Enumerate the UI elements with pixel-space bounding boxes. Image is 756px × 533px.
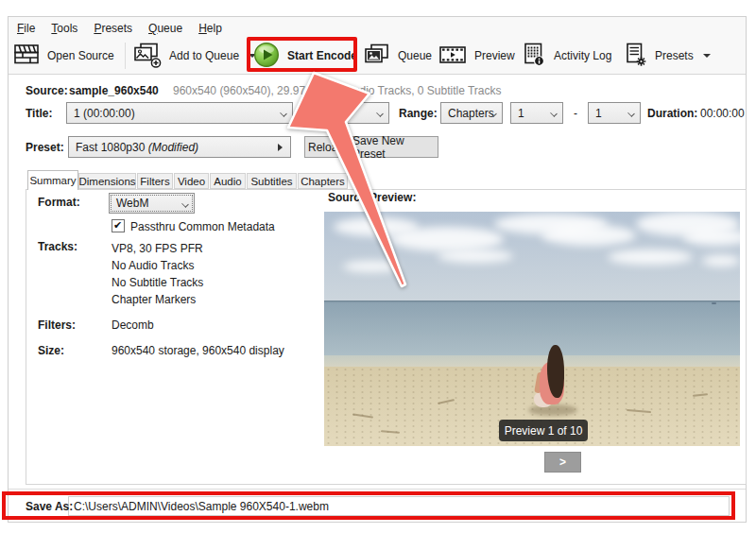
menu-tools[interactable]: Tools: [51, 22, 77, 35]
passthru-metadata-label: Passthru Common Metadata: [130, 220, 275, 233]
queue-button[interactable]: Queue: [363, 40, 432, 72]
angle-label: Angle:: [301, 107, 335, 120]
source-details: 960x540 (960x540), 29.97 FPS, 0 Audio Tr…: [173, 84, 502, 97]
duration-label: Duration:: [647, 107, 697, 120]
activity-log-label: Activity Log: [554, 49, 611, 62]
title-label: Title:: [26, 107, 52, 120]
chevron-down-icon: [181, 200, 189, 208]
chevron-right-icon: [278, 144, 283, 151]
menu-presets[interactable]: Presets: [94, 22, 132, 35]
size-label: Size:: [38, 344, 64, 357]
chevron-down-icon: [550, 110, 558, 117]
add-to-queue-button[interactable]: Add to Queue: [132, 40, 256, 72]
format-value: WebM: [116, 197, 148, 210]
range-end-select[interactable]: 1: [588, 102, 641, 124]
track-line: Chapter Markers: [112, 291, 203, 308]
source-name: sample_960x540: [69, 84, 159, 97]
activity-log-button[interactable]: Activity Log: [523, 40, 611, 72]
angle-select[interactable]: [333, 102, 389, 124]
range-separator: -: [574, 107, 577, 120]
presets-button[interactable]: Presets: [624, 40, 711, 72]
chevron-down-icon: [703, 54, 711, 58]
menu-help[interactable]: Help: [198, 22, 222, 35]
preset-select[interactable]: Fast 1080p30 (Modified): [68, 136, 291, 158]
format-label: Format:: [38, 196, 80, 209]
track-line: No Audio Tracks: [112, 257, 203, 274]
range-type-value: Chapters: [448, 107, 494, 120]
distant-swimmer: [712, 302, 716, 304]
tracks-list: VP8, 30 FPS PFR No Audio Tracks No Subti…: [112, 240, 203, 308]
filters-label: Filters:: [38, 318, 76, 332]
preset-label: Preset:: [26, 141, 64, 154]
tab-video[interactable]: Video: [174, 173, 209, 189]
ocean: [324, 301, 740, 357]
bottom-divider: [9, 489, 746, 490]
menu-queue[interactable]: Queue: [148, 22, 182, 35]
next-preview-button[interactable]: >: [544, 452, 581, 473]
passthru-metadata-checkbox[interactable]: [112, 219, 125, 232]
tab-chapters[interactable]: Chapters: [298, 173, 348, 189]
queue-icon: [363, 43, 390, 70]
presets-label: Presets: [655, 49, 694, 62]
queue-label: Queue: [398, 49, 432, 62]
range-start-select[interactable]: 1: [510, 102, 563, 124]
activity-log-icon: [523, 42, 546, 70]
filters-value: Decomb: [112, 318, 154, 332]
preset-value: Fast 1080p30: [76, 141, 145, 154]
preset-modified-flag: (Modified): [148, 141, 198, 154]
range-label: Range:: [399, 107, 438, 120]
preview-button[interactable]: Preview: [438, 40, 515, 72]
preview-label: Preview: [474, 49, 515, 62]
preview-filmstrip-icon: [438, 43, 467, 69]
open-source-button[interactable]: Open Source: [13, 40, 114, 72]
toolbar-separator: [125, 43, 126, 69]
save-new-preset-label: Save New Preset: [352, 134, 438, 161]
tab-summary[interactable]: Summary: [27, 170, 78, 190]
presets-gear-icon: [624, 42, 647, 70]
save-new-preset-button[interactable]: Save New Preset: [352, 136, 438, 158]
source-preview-label: Source Preview:: [328, 191, 416, 204]
track-line: No Subtitle Tracks: [112, 274, 203, 291]
source-preview-image: Preview 1 of 10: [324, 212, 740, 446]
reload-label: Reload: [308, 141, 344, 154]
add-to-queue-label: Add to Queue: [169, 49, 239, 62]
range-type-select[interactable]: Chapters: [440, 102, 503, 124]
chevron-down-icon: [627, 110, 635, 117]
add-to-queue-icon: [132, 42, 162, 71]
person-shadow: [528, 404, 577, 416]
menu-bar: File Tools Presets Queue Help: [17, 21, 222, 36]
duration-value: 00:00:00: [700, 107, 745, 120]
source-label: Source:: [26, 84, 68, 97]
tab-audio[interactable]: Audio: [210, 173, 246, 189]
track-line: VP8, 30 FPS PFR: [112, 240, 203, 257]
range-start-value: 1: [518, 107, 524, 120]
chevron-down-icon: [280, 110, 287, 117]
save-as-label: Save As:: [26, 500, 73, 513]
highlight-box-save-as: [2, 491, 735, 520]
clapperboard-icon: [13, 43, 40, 69]
tab-filters[interactable]: Filters: [137, 173, 173, 189]
reload-button[interactable]: Reload: [304, 136, 348, 158]
person-hair: [547, 345, 564, 398]
size-value: 960x540 storage, 960x540 display: [112, 344, 284, 357]
tab-dimensions[interactable]: Dimensions: [78, 173, 136, 189]
title-select[interactable]: 1 (00:00:00): [66, 102, 293, 124]
menu-file[interactable]: File: [17, 22, 35, 35]
tab-subtitles[interactable]: Subtitles: [247, 173, 297, 189]
tracks-label: Tracks:: [38, 240, 77, 253]
chevron-down-icon: [376, 110, 384, 117]
open-source-label: Open Source: [47, 49, 114, 62]
format-select[interactable]: WebM: [109, 193, 195, 214]
range-end-value: 1: [595, 107, 602, 120]
preview-count-badge: Preview 1 of 10: [499, 420, 588, 441]
highlight-box-start-encode: [247, 37, 357, 72]
title-value: 1 (00:00:00): [74, 107, 135, 120]
